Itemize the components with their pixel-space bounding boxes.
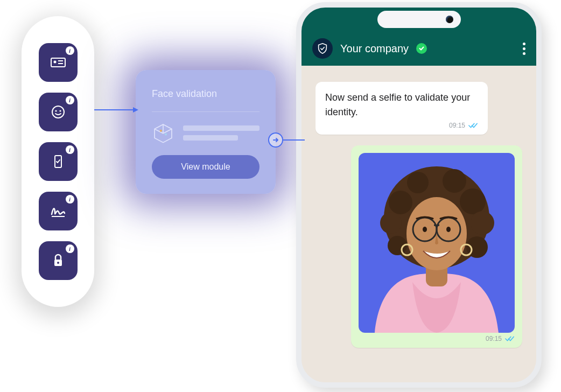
selfie-image[interactable] bbox=[359, 153, 515, 333]
info-badge-icon: i bbox=[66, 96, 74, 104]
phone-frame: Your company Now send a selfie to valida… bbox=[296, 2, 542, 388]
message-time: 09:15 bbox=[486, 335, 502, 342]
id-card-icon bbox=[48, 53, 68, 72]
chat-body: Now send a selfie to validate your ident… bbox=[301, 66, 536, 382]
company-name-label[interactable]: Your company bbox=[340, 43, 409, 55]
phone-notch bbox=[377, 11, 461, 28]
svg-point-12 bbox=[165, 133, 167, 135]
svg-rect-2 bbox=[58, 60, 63, 61]
arrow-right-icon bbox=[272, 136, 279, 144]
svg-point-15 bbox=[389, 191, 412, 214]
chat-message-outgoing: 09:15 bbox=[351, 145, 522, 348]
card-title: Face validation bbox=[152, 88, 260, 100]
camera-icon bbox=[446, 16, 453, 23]
svg-point-16 bbox=[460, 188, 486, 214]
module-face[interactable]: i bbox=[39, 93, 78, 131]
svg-point-11 bbox=[160, 130, 162, 132]
info-badge-icon: i bbox=[66, 46, 74, 55]
module-lock[interactable]: i bbox=[39, 241, 78, 280]
arrow-to-phone-circle bbox=[268, 132, 283, 148]
message-time: 09:15 bbox=[449, 122, 465, 129]
svg-point-5 bbox=[55, 110, 57, 111]
svg-point-18 bbox=[471, 211, 494, 235]
module-device-check[interactable]: i bbox=[39, 142, 78, 181]
card-placeholder-lines bbox=[183, 125, 260, 141]
face-validation-card: Face validation View module bbox=[136, 70, 276, 194]
arrow-to-phone-line bbox=[283, 139, 305, 141]
verified-badge-icon bbox=[416, 43, 427, 54]
svg-point-22 bbox=[443, 169, 466, 193]
chat-header: Your company bbox=[301, 31, 536, 66]
info-badge-icon: i bbox=[66, 195, 74, 204]
signature-icon bbox=[48, 201, 68, 221]
info-badge-icon: i bbox=[66, 244, 74, 253]
svg-point-21 bbox=[407, 172, 429, 193]
device-check-icon bbox=[48, 152, 68, 171]
arrow-to-card bbox=[94, 109, 137, 110]
svg-point-1 bbox=[53, 61, 56, 64]
module-signature[interactable]: i bbox=[39, 192, 78, 230]
svg-point-4 bbox=[52, 106, 64, 118]
divider bbox=[152, 111, 260, 112]
company-avatar[interactable] bbox=[312, 38, 333, 59]
card-body bbox=[152, 122, 260, 144]
module-id-card[interactable]: i bbox=[39, 43, 78, 82]
modules-pill: i i i i i bbox=[22, 16, 94, 307]
shield-check-icon bbox=[317, 43, 328, 54]
face-icon bbox=[48, 102, 68, 122]
svg-rect-0 bbox=[51, 58, 65, 67]
view-module-button[interactable]: View module bbox=[152, 155, 260, 179]
message-text: Now send a selfie to validate your ident… bbox=[325, 90, 478, 120]
svg-point-28 bbox=[423, 227, 427, 232]
phone-status-bar bbox=[301, 8, 536, 31]
svg-point-17 bbox=[380, 212, 402, 234]
svg-rect-3 bbox=[58, 63, 63, 64]
svg-point-29 bbox=[446, 227, 451, 232]
info-badge-icon: i bbox=[66, 145, 74, 154]
double-check-icon bbox=[505, 335, 515, 342]
chat-message-incoming: Now send a selfie to validate your ident… bbox=[315, 82, 488, 135]
cube-icon bbox=[152, 122, 174, 144]
lock-icon bbox=[48, 251, 68, 270]
svg-point-6 bbox=[59, 110, 61, 111]
chat-menu-button[interactable] bbox=[523, 43, 525, 55]
svg-point-10 bbox=[57, 262, 59, 264]
double-check-icon bbox=[468, 122, 478, 129]
